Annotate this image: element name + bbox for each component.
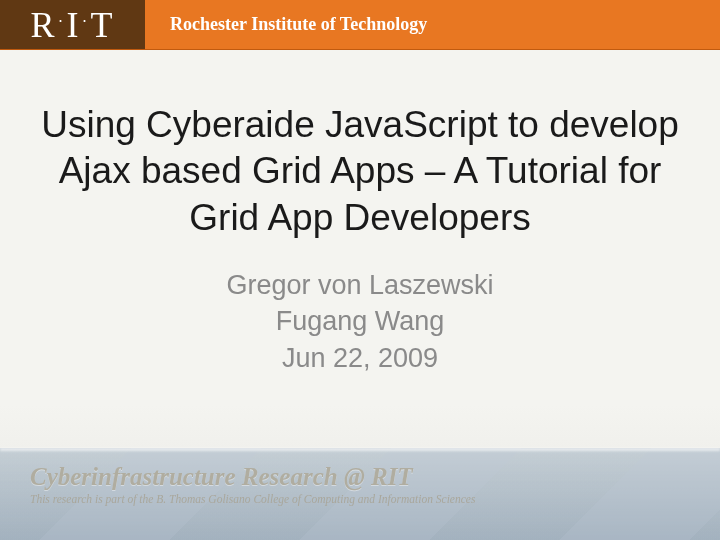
slide-title: Using Cyberaide JavaScript to develop Aj…: [40, 102, 680, 241]
rit-logo-t: T: [91, 5, 115, 45]
rit-logo-box: R·I·T: [0, 0, 145, 49]
slide-body: Using Cyberaide JavaScript to develop Aj…: [0, 50, 720, 376]
footer-banner: Cyberinfrastructure Research @ RIT This …: [0, 448, 720, 540]
rit-logo-text: R·I·T: [30, 4, 114, 46]
rit-logo-r: R: [30, 5, 56, 45]
slide-date: Jun 22, 2009: [40, 340, 680, 376]
slide-authors-block: Gregor von Laszewski Fugang Wang Jun 22,…: [40, 267, 680, 376]
footer-subtitle: This research is part of the B. Thomas G…: [30, 493, 690, 505]
rit-logo-dot: ·: [57, 13, 67, 30]
institution-name: Rochester Institute of Technology: [170, 14, 427, 35]
rit-logo-dot: ·: [81, 13, 91, 30]
author-line-2: Fugang Wang: [40, 303, 680, 339]
header-bar: R·I·T Rochester Institute of Technology: [0, 0, 720, 50]
footer-title: Cyberinfrastructure Research @ RIT: [30, 463, 690, 491]
rit-logo-i: I: [67, 5, 81, 45]
author-line-1: Gregor von Laszewski: [40, 267, 680, 303]
